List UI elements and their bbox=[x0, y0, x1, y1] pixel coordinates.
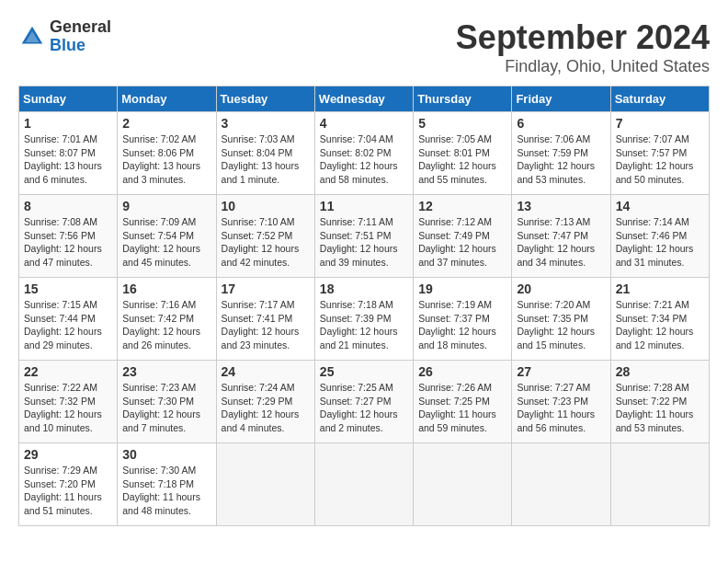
calendar-cell: 18 Sunrise: 7:18 AMSunset: 7:39 PMDaylig… bbox=[314, 278, 413, 361]
day-info: Sunrise: 7:04 AMSunset: 8:02 PMDaylight:… bbox=[320, 133, 398, 185]
day-number: 17 bbox=[222, 282, 310, 296]
day-number: 8 bbox=[24, 199, 112, 213]
day-info: Sunrise: 7:05 AMSunset: 8:01 PMDaylight:… bbox=[418, 133, 496, 185]
day-info: Sunrise: 7:18 AMSunset: 7:39 PMDaylight:… bbox=[320, 299, 398, 350]
col-header-thursday: Thursday bbox=[414, 86, 512, 112]
day-number: 30 bbox=[122, 447, 210, 462]
day-info: Sunrise: 7:13 AMSunset: 7:47 PMDaylight:… bbox=[517, 216, 595, 268]
calendar-cell bbox=[512, 443, 610, 526]
calendar-cell: 14 Sunrise: 7:14 AMSunset: 7:46 PMDaylig… bbox=[610, 195, 709, 278]
day-number: 2 bbox=[122, 116, 210, 131]
day-number: 11 bbox=[320, 199, 408, 213]
day-info: Sunrise: 7:23 AMSunset: 7:30 PMDaylight:… bbox=[122, 382, 200, 433]
day-number: 20 bbox=[517, 282, 605, 296]
day-info: Sunrise: 7:29 AMSunset: 7:20 PMDaylight:… bbox=[24, 465, 102, 516]
col-header-monday: Monday bbox=[118, 86, 216, 112]
day-info: Sunrise: 7:22 AMSunset: 7:32 PMDaylight:… bbox=[24, 382, 102, 433]
calendar-cell: 23 Sunrise: 7:23 AMSunset: 7:30 PMDaylig… bbox=[118, 361, 216, 443]
logo-blue: Blue bbox=[50, 37, 111, 55]
title-section: September 2024 Findlay, Ohio, United Sta… bbox=[456, 18, 710, 76]
col-header-tuesday: Tuesday bbox=[216, 86, 314, 112]
col-header-sunday: Sunday bbox=[19, 86, 118, 112]
calendar-cell: 21 Sunrise: 7:21 AMSunset: 7:34 PMDaylig… bbox=[610, 278, 709, 361]
day-number: 19 bbox=[418, 282, 506, 296]
col-header-wednesday: Wednesday bbox=[314, 86, 413, 112]
calendar-cell: 16 Sunrise: 7:16 AMSunset: 7:42 PMDaylig… bbox=[118, 278, 216, 361]
calendar-cell: 1 Sunrise: 7:01 AMSunset: 8:07 PMDayligh… bbox=[19, 112, 118, 195]
calendar-cell: 6 Sunrise: 7:06 AMSunset: 7:59 PMDayligh… bbox=[512, 112, 610, 195]
day-info: Sunrise: 7:25 AMSunset: 7:27 PMDaylight:… bbox=[320, 382, 398, 433]
day-info: Sunrise: 7:06 AMSunset: 7:59 PMDaylight:… bbox=[517, 133, 595, 185]
calendar-cell: 20 Sunrise: 7:20 AMSunset: 7:35 PMDaylig… bbox=[512, 278, 610, 361]
day-info: Sunrise: 7:16 AMSunset: 7:42 PMDaylight:… bbox=[122, 299, 200, 350]
calendar-cell bbox=[610, 443, 709, 526]
day-number: 28 bbox=[616, 364, 704, 379]
calendar-cell: 22 Sunrise: 7:22 AMSunset: 7:32 PMDaylig… bbox=[19, 361, 118, 443]
logo-text: General Blue bbox=[50, 18, 111, 55]
day-info: Sunrise: 7:20 AMSunset: 7:35 PMDaylight:… bbox=[517, 299, 595, 350]
day-info: Sunrise: 7:27 AMSunset: 7:23 PMDaylight:… bbox=[517, 382, 595, 433]
col-header-friday: Friday bbox=[512, 86, 610, 112]
day-info: Sunrise: 7:08 AMSunset: 7:56 PMDaylight:… bbox=[24, 216, 102, 268]
day-info: Sunrise: 7:19 AMSunset: 7:37 PMDaylight:… bbox=[418, 299, 496, 350]
calendar-cell: 28 Sunrise: 7:28 AMSunset: 7:22 PMDaylig… bbox=[610, 361, 709, 443]
day-number: 7 bbox=[616, 116, 704, 131]
day-info: Sunrise: 7:24 AMSunset: 7:29 PMDaylight:… bbox=[222, 382, 300, 433]
calendar-cell bbox=[314, 443, 413, 526]
day-info: Sunrise: 7:30 AMSunset: 7:18 PMDaylight:… bbox=[122, 465, 200, 516]
calendar-cell: 11 Sunrise: 7:11 AMSunset: 7:51 PMDaylig… bbox=[314, 195, 413, 278]
calendar-cell: 8 Sunrise: 7:08 AMSunset: 7:56 PMDayligh… bbox=[19, 195, 118, 278]
day-number: 13 bbox=[517, 199, 605, 213]
day-number: 10 bbox=[222, 199, 310, 213]
day-number: 15 bbox=[24, 282, 112, 296]
day-number: 29 bbox=[24, 447, 112, 462]
logo: General Blue bbox=[18, 18, 111, 55]
calendar-cell: 9 Sunrise: 7:09 AMSunset: 7:54 PMDayligh… bbox=[118, 195, 216, 278]
calendar-body: 1 Sunrise: 7:01 AMSunset: 8:07 PMDayligh… bbox=[19, 112, 710, 526]
day-info: Sunrise: 7:12 AMSunset: 7:49 PMDaylight:… bbox=[418, 216, 496, 268]
calendar-cell: 4 Sunrise: 7:04 AMSunset: 8:02 PMDayligh… bbox=[314, 112, 413, 195]
day-number: 9 bbox=[122, 199, 210, 213]
day-info: Sunrise: 7:11 AMSunset: 7:51 PMDaylight:… bbox=[320, 216, 398, 268]
day-info: Sunrise: 7:01 AMSunset: 8:07 PMDaylight:… bbox=[24, 133, 102, 185]
page-header: General Blue September 2024 Findlay, Ohi… bbox=[18, 18, 710, 76]
day-info: Sunrise: 7:07 AMSunset: 7:57 PMDaylight:… bbox=[616, 133, 694, 185]
day-number: 12 bbox=[418, 199, 506, 213]
calendar-cell: 13 Sunrise: 7:13 AMSunset: 7:47 PMDaylig… bbox=[512, 195, 610, 278]
day-info: Sunrise: 7:15 AMSunset: 7:44 PMDaylight:… bbox=[24, 299, 102, 350]
day-number: 6 bbox=[517, 116, 605, 131]
day-info: Sunrise: 7:21 AMSunset: 7:34 PMDaylight:… bbox=[616, 299, 694, 350]
logo-general: General bbox=[50, 18, 111, 37]
calendar-week-row: 15 Sunrise: 7:15 AMSunset: 7:44 PMDaylig… bbox=[19, 278, 710, 361]
day-number: 21 bbox=[616, 282, 704, 296]
calendar-cell bbox=[414, 443, 512, 526]
calendar-cell: 5 Sunrise: 7:05 AMSunset: 8:01 PMDayligh… bbox=[414, 112, 512, 195]
calendar-cell: 12 Sunrise: 7:12 AMSunset: 7:49 PMDaylig… bbox=[414, 195, 512, 278]
calendar-cell: 26 Sunrise: 7:26 AMSunset: 7:25 PMDaylig… bbox=[414, 361, 512, 443]
calendar-cell: 15 Sunrise: 7:15 AMSunset: 7:44 PMDaylig… bbox=[19, 278, 118, 361]
calendar-week-row: 29 Sunrise: 7:29 AMSunset: 7:20 PMDaylig… bbox=[19, 443, 710, 526]
day-number: 14 bbox=[616, 199, 704, 213]
day-number: 5 bbox=[418, 116, 506, 131]
calendar-cell: 3 Sunrise: 7:03 AMSunset: 8:04 PMDayligh… bbox=[216, 112, 314, 195]
day-number: 23 bbox=[122, 364, 210, 379]
day-number: 1 bbox=[24, 116, 112, 131]
day-number: 26 bbox=[418, 364, 506, 379]
calendar-cell: 10 Sunrise: 7:10 AMSunset: 7:52 PMDaylig… bbox=[216, 195, 314, 278]
location-title: Findlay, Ohio, United States bbox=[456, 57, 710, 76]
calendar-cell: 24 Sunrise: 7:24 AMSunset: 7:29 PMDaylig… bbox=[216, 361, 314, 443]
logo-icon bbox=[18, 23, 46, 51]
calendar-cell: 7 Sunrise: 7:07 AMSunset: 7:57 PMDayligh… bbox=[610, 112, 709, 195]
calendar-table: SundayMondayTuesdayWednesdayThursdayFrid… bbox=[18, 86, 710, 526]
day-number: 18 bbox=[320, 282, 408, 296]
day-info: Sunrise: 7:10 AMSunset: 7:52 PMDaylight:… bbox=[222, 216, 300, 268]
day-number: 27 bbox=[517, 364, 605, 379]
day-info: Sunrise: 7:17 AMSunset: 7:41 PMDaylight:… bbox=[222, 299, 300, 350]
day-info: Sunrise: 7:14 AMSunset: 7:46 PMDaylight:… bbox=[616, 216, 694, 268]
day-info: Sunrise: 7:02 AMSunset: 8:06 PMDaylight:… bbox=[122, 133, 200, 185]
calendar-cell: 25 Sunrise: 7:25 AMSunset: 7:27 PMDaylig… bbox=[314, 361, 413, 443]
day-number: 4 bbox=[320, 116, 408, 131]
day-number: 24 bbox=[222, 364, 310, 379]
day-info: Sunrise: 7:09 AMSunset: 7:54 PMDaylight:… bbox=[122, 216, 200, 268]
day-number: 16 bbox=[122, 282, 210, 296]
